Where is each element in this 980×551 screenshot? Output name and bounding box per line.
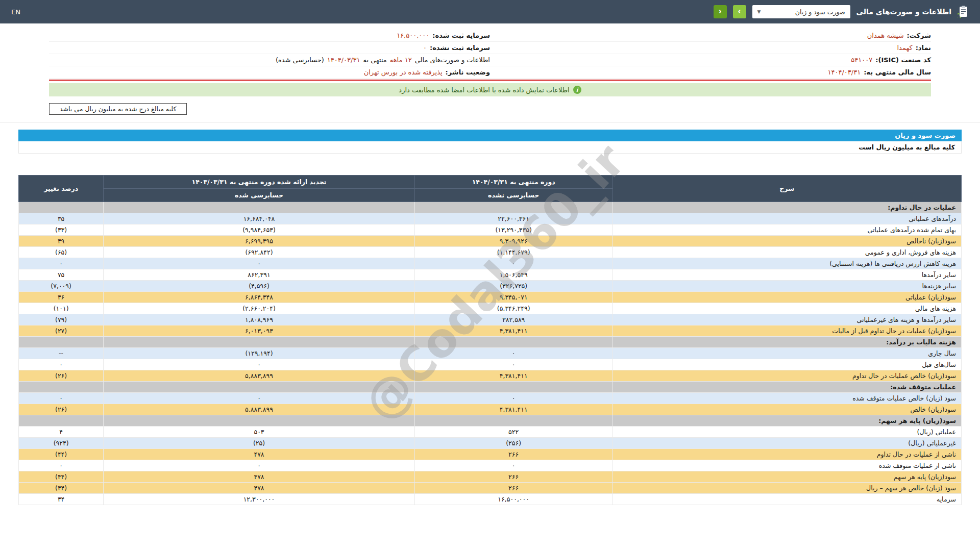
- statement-row: سایر درآمدها و هزینه های غیرعملیاتی۳۸۲,۵…: [19, 314, 962, 325]
- row-label: سود (زیان) خالص هر سهم – ریال: [612, 483, 961, 494]
- row-value: ۶,۶۹۹,۳۹۵: [104, 236, 415, 247]
- income-statement-table: شرح دوره منتهی به ۱۴۰۴/۰۳/۳۱ تجدید ارائه…: [18, 175, 962, 505]
- row-value: [104, 382, 415, 393]
- statement-row: هزینه کاهش ارزش دریافتنی ها (هزینه استثن…: [19, 258, 962, 269]
- section-header-row: عملیات در حال تداوم:: [19, 202, 962, 213]
- row-value: [414, 202, 612, 213]
- statement-row: سود(زیان) عملیات در حال تداوم قبل از مال…: [19, 325, 962, 337]
- company-header: شرکت: شیشه همدان نماد: کهمدا کد صنعت (IS…: [49, 30, 931, 115]
- statement-row: ناشی از عملیات در حال تداوم۲۶۶۴۷۸(۴۴): [19, 449, 962, 460]
- field-label: سرمایه ثبت شده:: [432, 32, 490, 39]
- row-value: (۴۴): [19, 483, 104, 494]
- publisher-status-field: وضعیت ناشر: پذیرفته شده در بورس تهران: [49, 66, 490, 79]
- field-value: پذیرفته شده در بورس تهران: [364, 68, 443, 76]
- row-value: (۳۲۶,۷۲۵): [414, 281, 612, 292]
- row-label: سود(زیان) خالص: [612, 404, 961, 415]
- section-header-row: سود(زیان) پایه هر سهم:: [19, 415, 962, 427]
- row-value: ۰: [19, 359, 104, 370]
- row-value: (۴۴): [19, 449, 104, 460]
- row-value: ۳۶: [19, 292, 104, 303]
- section-divider: [0, 122, 980, 122]
- row-label: غیرعملیاتی (ریال): [612, 438, 961, 449]
- chevron-down-icon: ▼: [757, 9, 761, 14]
- amount-unit-note-box: کلیه مبالغ درج شده به میلیون ریال می باش…: [49, 103, 187, 115]
- row-value: (۹,۹۸۴,۶۵۳): [104, 224, 415, 236]
- row-value: ۳۴: [19, 494, 104, 505]
- symbol-field: نماد: کهمدا: [490, 42, 931, 54]
- row-value: (۲۵۶): [414, 438, 612, 449]
- row-value: ۷۵: [19, 269, 104, 281]
- row-value: ۱۶,۶۸۴,۰۴۸: [104, 213, 415, 224]
- row-label: سال جاری: [612, 348, 961, 359]
- row-value: ۰: [104, 393, 415, 404]
- statement-row: سود (زیان) خالص هر سهم – ریال۲۶۶۴۷۸(۴۴): [19, 483, 962, 494]
- row-value: [19, 382, 104, 393]
- field-label: وضعیت ناشر:: [446, 68, 490, 76]
- row-value: (۹۲۴): [19, 438, 104, 449]
- field-value: ۵۴۱۰۰۷: [851, 56, 872, 64]
- row-label: هزینه های فروش، اداری و عمومی: [612, 247, 961, 258]
- row-label: سود(زیان) عملیاتی: [612, 292, 961, 303]
- statement-row: سال‌های قبل۰۰۰: [19, 359, 962, 370]
- field-label: سرمایه ثبت نشده:: [430, 44, 490, 52]
- row-value: ۱۲,۳۰۰,۰۰۰: [104, 494, 415, 505]
- row-value: ۵۰۳: [104, 427, 415, 438]
- row-label: درآمدهای عملیاتی: [612, 213, 961, 224]
- row-value: ۰: [414, 348, 612, 359]
- signature-match-text: اطلاعات نمایش داده شده با اطلاعات امضا ش…: [399, 86, 569, 94]
- row-label: سود(زیان) عملیات در حال تداوم قبل از مال…: [612, 325, 961, 337]
- row-value: ۰: [104, 258, 415, 269]
- row-value: ۴۷۸: [104, 449, 415, 460]
- language-toggle-en[interactable]: EN: [11, 8, 20, 16]
- row-value: [414, 415, 612, 427]
- row-value: (۴,۵۹۶): [104, 281, 415, 292]
- field-value: ۱۴۰۴/۰۳/۳۱: [828, 68, 861, 76]
- registered-capital-field: سرمایه ثبت شده: ۱۶,۵۰۰,۰۰۰: [49, 30, 490, 42]
- row-value: ۳۸۲,۵۸۹: [414, 314, 612, 325]
- statement-row: سایر درآمدها۱,۵۰۶,۵۴۹۸۶۲,۳۹۱۷۵: [19, 269, 962, 281]
- row-value: [104, 202, 415, 213]
- row-value: [104, 415, 415, 427]
- financial-statements-icon: [958, 6, 969, 18]
- statement-table-body: عملیات در حال تداوم:درآمدهای عملیاتی۲۲,۶…: [19, 202, 962, 505]
- row-value: ۲۶۶: [414, 483, 612, 494]
- row-value: ۰: [19, 393, 104, 404]
- row-value: (۲۵): [104, 438, 415, 449]
- row-value: ۴,۳۸۱,۴۱۱: [414, 370, 612, 382]
- company-info-right-column: شرکت: شیشه همدان نماد: کهمدا کد صنعت (IS…: [490, 30, 931, 79]
- field-value: ۰: [423, 44, 427, 52]
- row-value: (۵,۳۴۶,۲۴۹): [414, 303, 612, 314]
- row-value: ۵۲۲: [414, 427, 612, 438]
- row-label: سود(زیان) پایه هر سهم:: [612, 415, 961, 427]
- row-label: عملیات در حال تداوم:: [612, 202, 961, 213]
- table-header: شرح دوره منتهی به ۱۴۰۴/۰۳/۳۱ تجدید ارائه…: [19, 176, 962, 202]
- statement-row: ناشی از عملیات متوقف شده۰۰۰: [19, 460, 962, 471]
- statement-row: سود(زیان) ناخالص۹,۳۰۹,۹۲۶۶,۶۹۹,۳۹۵۳۹: [19, 236, 962, 247]
- unregistered-capital-field: سرمایه ثبت نشده: ۰: [49, 42, 490, 54]
- row-value: (۷۹): [19, 314, 104, 325]
- company-name-field: شرکت: شیشه همدان: [490, 30, 931, 42]
- row-label: سود(زیان) پایه هر سهم: [612, 471, 961, 483]
- statement-type-select[interactable]: صورت سود و زیان ▼: [752, 5, 850, 18]
- row-value: ۰: [414, 359, 612, 370]
- field-label: کد صنعت (ISIC):: [875, 56, 931, 64]
- next-statement-button[interactable]: ›: [733, 5, 746, 18]
- row-value: ۰: [104, 359, 415, 370]
- row-label: سود(زیان) خالص عملیات در حال تداوم: [612, 370, 961, 382]
- prev-statement-button[interactable]: ‹: [714, 5, 727, 18]
- field-label: سال مالی منتهی به:: [864, 68, 931, 76]
- row-value: (۶۹۲,۸۴۲): [104, 247, 415, 258]
- row-value: ۱۶,۵۰۰,۰۰۰: [414, 494, 612, 505]
- row-label: بهای تمام شده درآمدهای عملیاتی: [612, 224, 961, 236]
- company-info-left-column: سرمایه ثبت شده: ۱۶,۵۰۰,۰۰۰ سرمایه ثبت نش…: [49, 30, 490, 79]
- row-value: ۹,۳۴۵,۰۷۱: [414, 292, 612, 303]
- row-value: (۷,۰۰۹): [19, 281, 104, 292]
- col-subheader-audited: حسابرسی شده: [104, 189, 415, 202]
- field-value: شیشه همدان: [867, 32, 904, 39]
- row-value: (۲۶): [19, 404, 104, 415]
- statement-row: سایر هزینه‌ها(۳۲۶,۷۲۵)(۴,۵۹۶)(۷,۰۰۹): [19, 281, 962, 292]
- statement-row: سال جاری۰(۱۲۹,۱۹۴)--: [19, 348, 962, 359]
- row-value: ۴۷۸: [104, 471, 415, 483]
- statement-row: هزینه های فروش، اداری و عمومی(۱,۱۴۴,۶۷۹)…: [19, 247, 962, 258]
- row-value: ۱,۸۰۸,۹۶۹: [104, 314, 415, 325]
